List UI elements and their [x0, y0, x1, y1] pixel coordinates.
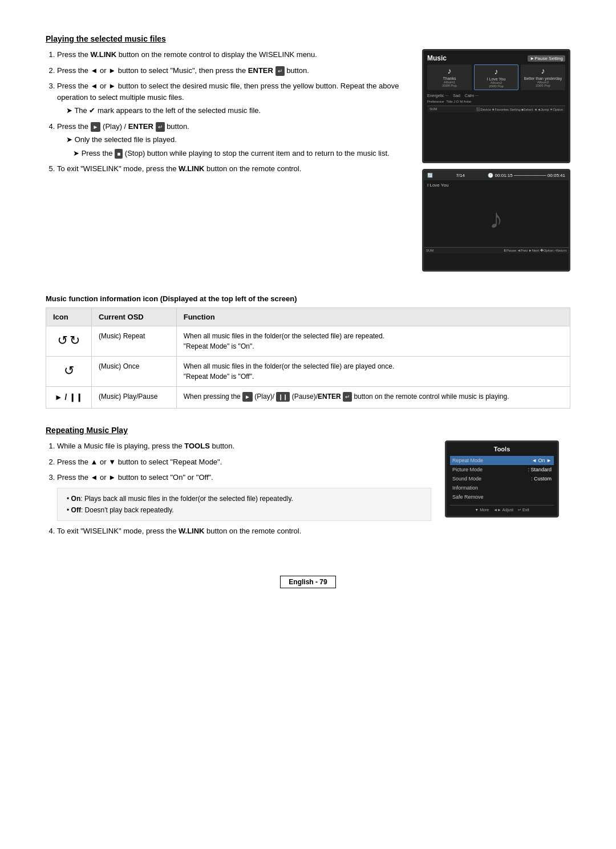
music-item-1: ♪ Thanks Album12008 Pop [427, 64, 472, 90]
tools-screen-container: Tools Repeat Mode ◄ On ► Picture Mode : … [445, 440, 570, 541]
table-row: ► / ❙❙ (Music) Play/Pause When pressing … [46, 387, 570, 409]
table-row: ↻ ↻ (Music) Repeat When all music files … [46, 326, 570, 357]
music-note-large-icon: ♪ [428, 203, 564, 235]
tools-more: ▼ More [475, 508, 489, 512]
music-info-table: Icon Current OSD Function ↻ ↻ (Music) Re… [46, 308, 570, 409]
section2-step3: Press the ◄ or ► button to select "On" o… [57, 472, 431, 521]
enter-btn-icon: ↵ [275, 66, 285, 76]
tools-repeat-key: Repeat Mode [452, 458, 483, 463]
player-controls-label: ⏸Pause ◄Prev ►Next ✦Option ↩Return [503, 249, 566, 252]
play-btn-icon: ► [91, 122, 101, 132]
step5: To exit "WISELINK" mode, press the W.LIN… [57, 163, 408, 175]
tools-row-picture: Picture Mode : Standard [450, 465, 554, 474]
table-section: Music function information icon (Display… [46, 294, 570, 409]
table-caption: Music function information icon (Display… [46, 294, 570, 303]
tools-repeat-val: ◄ On ► [532, 458, 552, 463]
player-time-icon: 🕐 00:01:15 ────────── 00:05:41 [488, 173, 565, 178]
tools-controls: ▼ More ◄► Adjust ↵ Exit [450, 505, 554, 512]
music-detail-1: Album12008 Pop [429, 80, 470, 87]
music-grid: ♪ Thanks Album12008 Pop ♪ I Love You Alb… [427, 64, 565, 90]
row2-icon: ↺ [46, 357, 92, 387]
music-name-1: Thanks [429, 76, 470, 80]
tools-exit: ↵ Exit [518, 508, 529, 512]
tools-adjust: ◄► Adjust [493, 508, 513, 512]
music-browser-screen: Music ►Pause Setting ♪ Thanks Album12008… [422, 49, 570, 277]
music-name-3: Better than yesterday [522, 76, 564, 80]
mood-bar: Energetic ··· Sad Calm ··· [427, 94, 565, 98]
mood-energetic: Energetic ··· [427, 94, 448, 98]
row1-function: When all music files in the folder(or th… [176, 326, 570, 357]
row3-osd: (Music) Play/Pause [92, 387, 177, 409]
row1-osd: (Music) Repeat [92, 326, 177, 357]
tools-picture-key: Picture Mode [452, 467, 483, 472]
step3: Press the ◄ or ► button to select the de… [57, 80, 408, 116]
play-pause-icon: ► / ❙❙ [55, 393, 83, 402]
section2-step1: While a Music file is playing, press the… [57, 440, 431, 452]
tools-row-repeat: Repeat Mode ◄ On ► [450, 456, 554, 465]
row3-icon: ► / ❙❙ [46, 387, 92, 409]
tv-bottom-bar-browser: SUM ⬛Device ★Favorites Setting ■Select ◄… [427, 106, 565, 112]
player-sum-label: SUM [426, 249, 433, 252]
music-name-2: I Love You [476, 77, 516, 81]
music-note-icon-1: ♪ [429, 66, 470, 75]
pref-title: Title J O M Artist [446, 100, 471, 103]
section2-content: While a Music file is playing, press the… [46, 440, 570, 541]
tv-btn-area: ►Pause Setting [528, 55, 565, 62]
pref-label: Preference [427, 100, 444, 103]
tools-saferemove-key: Safe Remove [452, 494, 484, 500]
repeat-all-icon: ↻ [58, 331, 68, 350]
col-osd-header: Current OSD [92, 308, 177, 326]
player-song-title: I Love You [424, 180, 569, 190]
pause-inline-icon: ❙❙ [276, 392, 290, 402]
tools-title: Tools [450, 446, 554, 452]
music-note-icon-2: ♪ [476, 67, 516, 76]
tools-picture-val: : Standard [528, 467, 552, 472]
table-header-row: Icon Current OSD Function [46, 308, 570, 326]
page-footer: English - 79 [46, 576, 570, 588]
section1-title: Playing the selected music files [46, 34, 570, 43]
tools-row-saferemove: Safe Remove [450, 492, 554, 502]
player-icon: 🔄 [427, 173, 433, 178]
section2-step4: To exit "WISELINK" mode, press the W.LIN… [57, 525, 431, 537]
repeat-once-icon: ↺ [64, 363, 74, 378]
section2-instructions: While a Music file is playing, press the… [46, 440, 431, 541]
repeat-all-icon2: ↻ [70, 333, 80, 347]
tv-bottom-bar-player: SUM ⏸Pause ◄Prev ►Next ✦Option ↩Return [424, 247, 569, 253]
section2-step2: Press the ▲ or ▼ button to select "Repea… [57, 456, 431, 468]
section2-bullets: • On: Plays back all music files in the … [57, 488, 431, 521]
play-inline-icon: ► [242, 392, 253, 402]
player-top-bar: 🔄 7/14 🕐 00:01:15 ────────── 00:05:41 [424, 171, 569, 180]
tools-row-info: Information [450, 483, 554, 492]
section2-title: Repeating Music Play [46, 426, 570, 435]
row1-icon: ↻ ↻ [46, 326, 92, 357]
table-row: ↺ (Music) Once When all music files in t… [46, 357, 570, 387]
step4-note1: Only the selected file is played. [57, 134, 408, 145]
section1-instructions: Press the W.LINK button on the remote co… [46, 49, 408, 277]
col-icon-header: Icon [46, 308, 92, 326]
section2: Repeating Music Play While a Music file … [46, 426, 570, 541]
row2-function: When all music files in the folder(or th… [176, 357, 570, 387]
player-body: ♪ [424, 190, 569, 247]
tools-tv: Tools Repeat Mode ◄ On ► Picture Mode : … [445, 440, 559, 518]
tools-info-key: Information [452, 485, 478, 491]
music-detail-2: Album22000 Pop [476, 81, 516, 88]
stop-btn-icon: ■ [115, 149, 123, 159]
tools-sound-val: : Custom [531, 476, 552, 482]
row3-function: When pressing the ► (Play)/ ❙❙ (Pause)/E… [176, 387, 570, 409]
step1: Press the W.LINK button on the remote co… [57, 49, 408, 60]
step3-note: The ✔ mark appears to the left of the se… [57, 105, 408, 116]
pref-row: Preference Title J O M Artist [427, 100, 565, 103]
tools-sound-key: Sound Mode [452, 476, 481, 482]
step4: Press the ► (Play) / ENTER ↵ button. Onl… [57, 121, 408, 159]
mood-sad: Sad [453, 94, 460, 98]
tv-sum-label: SUM [429, 107, 437, 111]
player-track: 7/14 [456, 173, 465, 178]
music-player-tv: 🔄 7/14 🕐 00:01:15 ────────── 00:05:41 I … [422, 169, 570, 272]
music-item-2: ♪ I Love You Album22000 Pop [474, 64, 518, 90]
tools-row-sound: Sound Mode : Custom [450, 474, 554, 483]
step2: Press the ◄ or ► button to select "Music… [57, 65, 408, 76]
music-browser-tv: Music ►Pause Setting ♪ Thanks Album12008… [422, 49, 570, 163]
mood-calm: Calm ··· [465, 94, 479, 98]
music-note-icon-3: ♪ [522, 66, 564, 75]
enter-inline-icon: ↵ [343, 392, 352, 402]
